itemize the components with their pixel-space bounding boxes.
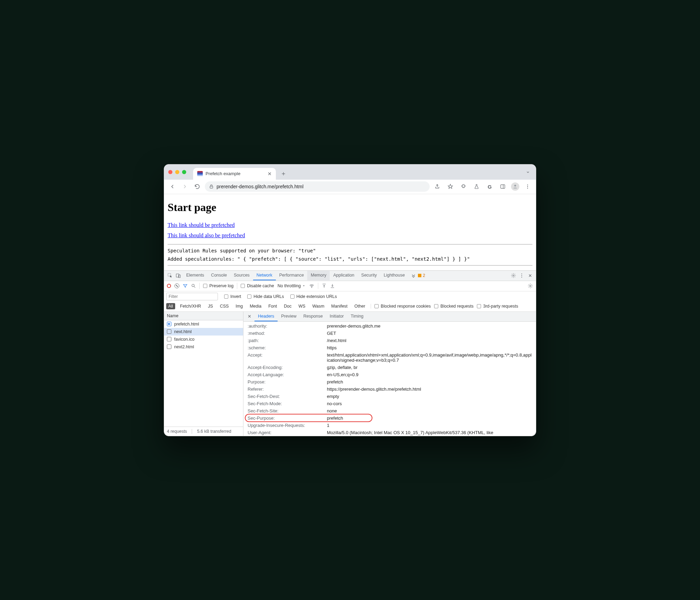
header-value: prefetch [327,379,532,384]
warnings-badge[interactable]: 2 [418,273,425,278]
panel-tab-memory[interactable]: Memory [307,271,330,280]
bookmark-icon[interactable] [446,182,455,191]
export-har-icon[interactable] [330,283,335,288]
profile-avatar[interactable] [511,182,519,191]
request-row[interactable]: next.html [164,328,243,336]
close-tab-icon[interactable]: ✕ [268,171,272,177]
network-body: Name prefetch.htmlnext.htmlfavicon.icone… [164,312,536,436]
network-settings-icon[interactable] [528,283,533,289]
headers-list[interactable]: :authority:prerender-demos.glitch.me:met… [243,322,536,436]
overflow-menu-icon[interactable] [523,182,532,191]
blocked-cookies-checkbox[interactable]: Blocked response cookies [374,304,431,309]
tabs-overflow-button[interactable] [526,170,530,174]
header-value: 1 [327,423,532,428]
invert-checkbox[interactable]: Invert [224,294,241,299]
disable-cache-checkbox[interactable]: Disable cache [241,283,274,288]
back-button[interactable] [168,182,177,191]
preserve-log-checkbox[interactable]: Preserve log [203,283,233,288]
network-conditions-icon[interactable] [309,283,314,289]
blocked-requests-checkbox[interactable]: Blocked requests [434,304,473,309]
header-row: Sec-Fetch-Dest:empty [243,393,536,400]
devtools-menu-icon[interactable] [518,273,526,278]
type-filter-font[interactable]: Font [266,303,279,309]
reload-button[interactable] [192,182,202,191]
detail-tabs: ✕ HeadersPreviewResponseInitiatorTiming [243,312,536,322]
panel-tab-lighthouse[interactable]: Lighthouse [380,271,408,280]
header-key: :path: [248,338,327,343]
network-toolbar: Preserve log Disable cache No throttling [164,281,536,291]
panel-tab-elements[interactable]: Elements [183,271,208,280]
detail-tab-response[interactable]: Response [300,312,326,321]
type-filter-ws[interactable]: WS [296,303,307,309]
inspect-element-icon[interactable] [166,273,174,278]
header-key: Sec-Purpose: [248,416,327,421]
share-icon[interactable] [432,182,442,191]
filter-toggle-icon[interactable] [183,283,188,288]
browser-tab[interactable]: Prefetch example ✕ [193,168,276,180]
new-tab-button[interactable]: ＋ [279,169,288,178]
hide-extension-urls-checkbox[interactable]: Hide extension URLs [290,294,337,299]
google-icon[interactable]: G [485,182,494,191]
clear-button[interactable] [174,283,179,288]
third-party-checkbox[interactable]: 3rd-party requests [477,304,518,309]
request-row[interactable]: next2.html [164,343,243,351]
header-key: Accept-Language: [248,372,327,377]
header-row: Upgrade-Insecure-Requests:1 [243,422,536,429]
type-filter-other[interactable]: Other [352,303,367,309]
labs-icon[interactable] [472,182,481,191]
panel-tab-network[interactable]: Network [253,271,276,280]
panel-tab-performance[interactable]: Performance [276,271,308,280]
request-row[interactable]: prefetch.html [164,320,243,328]
record-button[interactable] [167,284,171,288]
hide-data-urls-checkbox[interactable]: Hide data URLs [247,294,284,299]
page-heading: Start page [168,201,532,214]
type-filter-img[interactable]: Img [233,303,245,309]
header-value: no-cors [327,401,532,406]
header-row: Accept:text/html,application/xhtml+xml,a… [243,351,536,364]
minimize-window-button[interactable] [175,170,179,174]
header-key: Accept: [248,352,327,363]
more-panels-icon[interactable] [410,273,417,278]
transfer-size: 5.6 kB transferred [197,429,231,434]
header-key: :method: [248,331,327,336]
type-filter-js[interactable]: JS [206,303,215,309]
header-row: Accept-Encoding:gzip, deflate, br [243,364,536,371]
detail-tab-timing[interactable]: Timing [347,312,367,321]
request-row[interactable]: favicon.ico [164,336,243,343]
detail-tab-initiator[interactable]: Initiator [326,312,347,321]
svg-rect-1 [501,185,505,189]
type-filter-wasm[interactable]: Wasm [310,303,327,309]
device-toolbar-icon[interactable] [174,273,182,278]
import-har-icon[interactable] [322,283,327,288]
side-panel-icon[interactable] [498,182,508,191]
prefetch-link-2[interactable]: This link should also be prefetched [168,232,245,239]
panel-tab-console[interactable]: Console [208,271,230,280]
type-filter-fetch-xhr[interactable]: Fetch/XHR [178,303,203,309]
forward-button[interactable] [180,182,190,191]
settings-icon[interactable] [510,273,517,278]
request-list-header[interactable]: Name [164,312,243,320]
type-filter-css[interactable]: CSS [218,303,231,309]
header-row: Referer:https://prerender-demos.glitch.m… [243,386,536,393]
type-filter-doc[interactable]: Doc [282,303,293,309]
detail-tab-headers[interactable]: Headers [254,312,278,321]
type-filter-all[interactable]: All [166,303,175,309]
type-filter-media[interactable]: Media [248,303,263,309]
type-filter-manifest[interactable]: Manifest [329,303,350,309]
browser-toolbar: prerender-demos.glitch.me/prefetch.html … [164,180,536,194]
throttling-select[interactable]: No throttling [278,283,306,288]
address-bar[interactable]: prerender-demos.glitch.me/prefetch.html [205,181,430,192]
search-icon[interactable] [191,283,196,288]
maximize-window-button[interactable] [182,170,186,174]
filter-input[interactable] [166,293,218,300]
extensions-icon[interactable] [459,182,468,191]
header-key: Referer: [248,387,327,392]
close-detail-icon[interactable]: ✕ [246,314,253,319]
panel-tab-sources[interactable]: Sources [230,271,253,280]
prefetch-link-1[interactable]: This link should be prefetched [168,222,235,228]
panel-tab-application[interactable]: Application [330,271,358,280]
detail-tab-preview[interactable]: Preview [278,312,300,321]
close-devtools-icon[interactable]: ✕ [526,273,534,278]
close-window-button[interactable] [168,170,172,174]
panel-tab-security[interactable]: Security [358,271,380,280]
